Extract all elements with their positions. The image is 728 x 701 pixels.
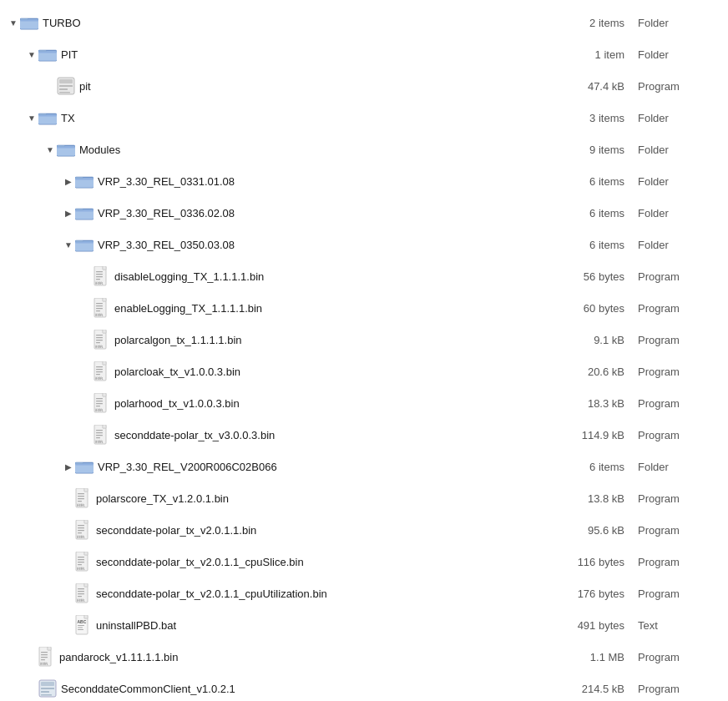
item-kind: Program [638, 302, 721, 315]
binary-file-icon: 0101 1101 [94, 298, 110, 318]
item-kind: Program [638, 397, 721, 410]
tree-row[interactable]: VRP_3.30_REL_0336.02.086 itemsFolder [0, 197, 728, 229]
tree-row[interactable]: 0101 1101 polarhood_tx_v1.0.0.3.bin18.3 … [0, 387, 728, 419]
item-name: Modules [79, 144, 120, 156]
item-name: pandarock_v1.11.1.1.bin [59, 651, 178, 663]
svg-rect-82 [96, 430, 103, 431]
svg-text:ABC: ABC [78, 619, 87, 624]
tree-row[interactable]: 0101 1101 pandarock_v1.11.1.1.bin1.1 MBP… [0, 641, 728, 673]
svg-rect-119 [78, 588, 84, 589]
binary-file-icon: 0101 1101 [94, 266, 110, 286]
item-size: 95.6 kB [546, 524, 638, 537]
disclosure-triangle[interactable] [25, 48, 38, 61]
item-kind: Program [638, 651, 721, 663]
svg-rect-121 [78, 593, 84, 594]
svg-rect-126 [84, 615, 88, 618]
svg-rect-77 [96, 406, 100, 406]
item-size: 9.1 kB [546, 334, 638, 346]
tree-row[interactable]: pit47.4 kBProgram [0, 70, 728, 102]
item-size: 47.4 kB [546, 80, 638, 93]
svg-rect-113 [78, 562, 84, 562]
binary-file-icon: 0101 1101 [75, 583, 92, 603]
tree-row[interactable]: 0101 1101 seconddate-polar_tx_v2.0.1.1_c… [0, 577, 728, 609]
tree-row[interactable]: 0101 1101 seconddate-polar_tx_v2.0.1.1.b… [0, 514, 728, 546]
svg-text:1101: 1101 [95, 376, 102, 380]
tree-row[interactable]: VRP_3.30_REL_0350.03.086 itemsFolder [0, 229, 728, 260]
svg-rect-52 [96, 308, 103, 309]
disclosure-triangle[interactable] [7, 16, 20, 29]
svg-rect-141 [41, 688, 54, 689]
svg-rect-3 [20, 20, 38, 22]
disclosure-triangle[interactable] [62, 460, 75, 473]
svg-text:1101: 1101 [95, 408, 102, 411]
tree-row[interactable]: PIT1 itemFolder [0, 38, 728, 70]
svg-rect-19 [39, 114, 47, 115]
item-kind: Program [638, 524, 721, 537]
svg-rect-111 [78, 557, 84, 557]
tree-row[interactable]: 0101 1101 polarcalgon_tx_1.1.1.1.bin9.1 … [0, 324, 728, 356]
file-tree: TURBO2 itemsFolder PIT1 itemFolder pit47… [0, 0, 728, 701]
tree-row[interactable]: 0101 1101 disableLogging_TX_1.1.1.1.bin5… [0, 260, 728, 292]
svg-text:1101: 1101 [77, 567, 83, 570]
binary-file-icon: 0101 1101 [75, 488, 92, 508]
disclosure-triangle[interactable] [62, 174, 75, 188]
svg-rect-24 [58, 146, 65, 147]
svg-rect-57 [103, 330, 106, 333]
tree-row[interactable]: VRP_3.30_REL_0331.01.086 itemsFolder [0, 165, 728, 197]
item-name: uninstallPBD.bat [96, 619, 176, 632]
svg-rect-38 [75, 242, 94, 244]
svg-rect-143 [41, 694, 52, 696]
tree-row[interactable]: VRP_3.30_REL_V200R006C02B0666 itemsFolde… [0, 451, 728, 482]
tree-row[interactable]: 0101 1101 polarcloak_tx_v1.0.0.3.bin20.6… [0, 356, 728, 387]
item-name: seconddate-polar_tx_v2.0.1.1.bin [96, 524, 256, 537]
svg-rect-128 [78, 625, 84, 626]
svg-rect-120 [78, 591, 84, 592]
tree-row[interactable]: 0101 1101 polarscore_TX_v1.2.0.1.bin13.8… [0, 482, 728, 514]
item-name: VRP_3.30_REL_0331.01.08 [98, 175, 235, 188]
tree-row[interactable]: 0101 1101 seconddate-polar_tx_v3.0.0.3.b… [0, 419, 728, 451]
item-kind: Text [638, 619, 721, 632]
tree-row[interactable]: Modules9 itemsFolder [0, 134, 728, 165]
folder-icon [75, 205, 94, 220]
svg-rect-53 [96, 310, 100, 311]
disclosure-triangle[interactable] [25, 111, 38, 124]
tree-row[interactable]: TX3 itemsFolder [0, 102, 728, 134]
svg-rect-4 [21, 19, 28, 20]
item-size: 56 bytes [546, 270, 638, 283]
svg-rect-49 [103, 298, 106, 301]
svg-rect-104 [78, 527, 84, 528]
item-name: PIT [61, 48, 78, 61]
disclosure-triangle[interactable] [43, 143, 57, 156]
scc-file-icon [38, 679, 57, 698]
svg-rect-76 [96, 403, 103, 404]
tree-row[interactable]: TURBO2 itemsFolder [0, 7, 728, 38]
item-kind: Program [638, 366, 721, 378]
pit-file-icon [57, 77, 75, 95]
tree-row[interactable]: 0101 1101 enableLogging_TX_1.1.1.1.bin60… [0, 292, 728, 324]
item-name: polarhood_tx_v1.0.0.3.bin [114, 397, 240, 410]
svg-text:1101: 1101 [95, 440, 102, 443]
item-size: 20.6 kB [546, 366, 638, 378]
svg-rect-43 [96, 274, 103, 275]
binary-file-icon: 0101 1101 [75, 520, 92, 540]
svg-rect-29 [76, 178, 83, 179]
item-kind: Folder [638, 207, 721, 219]
tree-row[interactable]: SeconddateCommonClient_v1.0.2.1214.5 kBP… [0, 673, 728, 701]
svg-rect-28 [75, 179, 94, 180]
disclosure-triangle[interactable] [62, 206, 75, 219]
item-name: SeconddateCommonClient_v1.0.2.1 [61, 683, 235, 695]
item-size: 176 bytes [546, 588, 638, 600]
item-kind: Folder [638, 461, 721, 473]
disclosure-triangle[interactable] [62, 238, 75, 251]
svg-rect-44 [96, 276, 103, 277]
svg-rect-60 [96, 340, 103, 340]
tree-row[interactable]: ABC uninstallPBD.bat491 bytesText [0, 609, 728, 641]
svg-text:1101: 1101 [77, 598, 83, 602]
svg-rect-65 [103, 361, 106, 365]
tree-row[interactable]: 0101 1101 seconddate-polar_tx_v2.0.1.1_c… [0, 546, 728, 577]
binary-file-icon: 0101 1101 [94, 393, 110, 413]
item-name: TX [61, 112, 75, 124]
item-name: disableLogging_TX_1.1.1.1.bin [114, 270, 264, 283]
svg-rect-94 [84, 488, 88, 492]
item-name: seconddate-polar_tx_v2.0.1.1_cpuUtilizat… [96, 588, 327, 600]
